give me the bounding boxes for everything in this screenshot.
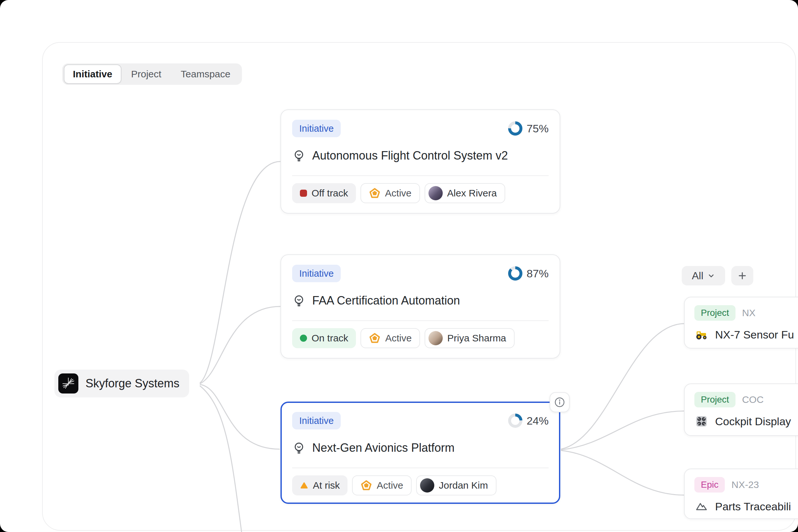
plus-icon (738, 271, 747, 281)
initiative-card-3[interactable]: Initiative 24% Next-Gen Avionics Platfor… (280, 402, 560, 504)
connector-initiative3-to-child-2 (561, 411, 685, 450)
child-card-project-nx[interactable]: Project NX NX-7 Sensor Fu (684, 297, 798, 348)
progress-ring-icon (508, 121, 523, 136)
tractor-icon (694, 327, 709, 342)
stage-label: Active (385, 188, 412, 199)
status-pill-at-risk[interactable]: At risk (292, 475, 347, 495)
active-pentagon-icon (369, 187, 381, 199)
card-head: Initiative 87% (292, 265, 549, 282)
progress-indicator: 75% (508, 121, 549, 136)
status-pill-off-track[interactable]: Off track (292, 183, 356, 203)
initiative-type-badge: Initiative (292, 120, 341, 137)
owner-pill[interactable]: Alex Rivera (424, 183, 505, 203)
connector-root-to-offscreen (200, 386, 242, 532)
stage-pill-active[interactable]: Active (352, 475, 412, 495)
tab-teamspace[interactable]: Teamspace (171, 65, 240, 83)
project-type-badge: Project (694, 305, 736, 321)
child-card-epic-nx23[interactable]: Epic NX-23 Parts Traceabili (684, 469, 798, 519)
card-divider (292, 320, 549, 321)
card-head: Initiative 24% (292, 412, 549, 430)
tab-project[interactable]: Project (122, 65, 171, 83)
view-switcher: Initiative Project Teamspace (62, 63, 242, 85)
connector-root-to-initiative-2 (200, 306, 280, 384)
child-title: NX-7 Sensor Fu (715, 328, 794, 341)
progress-ring-icon (508, 413, 523, 428)
card-head: Initiative 75% (292, 120, 549, 137)
owner-name: Alex Rivera (447, 188, 497, 199)
owner-pill[interactable]: Priya Sharma (424, 328, 514, 348)
card-divider (292, 468, 549, 468)
lightbulb-icon (292, 441, 306, 455)
connector-initiative3-to-child-3 (561, 451, 685, 495)
child-title: Parts Traceabili (715, 500, 791, 513)
stage-label: Active (385, 332, 412, 344)
control-knobs-icon (694, 414, 709, 429)
at-risk-icon (300, 481, 308, 490)
project-id: NX (742, 307, 756, 319)
skyforge-logo (58, 374, 78, 394)
status-label: Off track (311, 188, 348, 199)
mountain-icon (694, 499, 709, 514)
epic-id: NX-23 (731, 479, 759, 490)
lightbulb-icon (292, 149, 306, 163)
stage-pill-active[interactable]: Active (361, 328, 420, 348)
progress-indicator: 87% (508, 266, 549, 281)
active-pentagon-icon (369, 332, 381, 344)
owner-name: Jordan Kim (439, 480, 488, 491)
status-label: On track (311, 332, 348, 344)
progress-indicator: 24% (508, 413, 549, 428)
project-type-badge: Project (694, 392, 736, 407)
off-track-icon (300, 190, 307, 197)
progress-percent: 87% (527, 267, 549, 280)
avatar (429, 331, 443, 345)
owner-name: Priya Sharma (447, 332, 506, 344)
avatar (429, 186, 443, 200)
status-pill-on-track[interactable]: On track (292, 328, 356, 348)
filter-label: All (692, 270, 704, 282)
progress-ring-icon (508, 266, 523, 281)
info-button[interactable] (549, 392, 570, 412)
org-root-label: Skyforge Systems (86, 377, 179, 390)
connector-initiative3-to-child-1 (561, 324, 685, 449)
stage-label: Active (377, 480, 403, 491)
progress-percent: 75% (527, 122, 549, 135)
status-label: At risk (313, 480, 340, 491)
epic-type-badge: Epic (694, 477, 725, 493)
initiative-title: Autonomous Flight Control System v2 (312, 149, 508, 163)
org-root-node[interactable]: Skyforge Systems (54, 369, 189, 397)
chevron-down-icon (707, 272, 715, 280)
info-icon (554, 396, 565, 408)
filter-dropdown[interactable]: All (682, 266, 725, 285)
app-window: Initiative Project Teamspace Skyforge Sy… (0, 0, 798, 532)
tab-initiative[interactable]: Initiative (64, 64, 122, 84)
add-node-button[interactable] (731, 266, 753, 285)
initiative-card-2[interactable]: Initiative 87% FAA Certification Automat… (280, 254, 560, 359)
card-divider (292, 175, 549, 176)
on-track-icon (300, 335, 307, 342)
child-card-project-coc[interactable]: Project COC Cockpit Display (684, 383, 798, 436)
child-title: Cockpit Display (715, 415, 791, 428)
stage-pill-active[interactable]: Active (361, 183, 420, 203)
initiative-title: Next-Gen Avionics Platform (312, 441, 455, 455)
initiative-title: FAA Certification Automation (312, 294, 460, 307)
connector-root-to-initiative-3 (200, 384, 280, 449)
owner-pill[interactable]: Jordan Kim (416, 475, 496, 495)
initiative-card-1[interactable]: Initiative 75% Autonomous Flight Control… (280, 109, 560, 213)
project-id: COC (742, 394, 764, 405)
initiative-type-badge: Initiative (292, 412, 341, 430)
connector-root-to-initiative-1 (200, 162, 280, 383)
initiative-type-badge: Initiative (292, 265, 341, 282)
active-pentagon-icon (361, 479, 372, 491)
avatar (420, 478, 434, 493)
lightbulb-icon (292, 294, 306, 307)
progress-percent: 24% (527, 415, 549, 427)
